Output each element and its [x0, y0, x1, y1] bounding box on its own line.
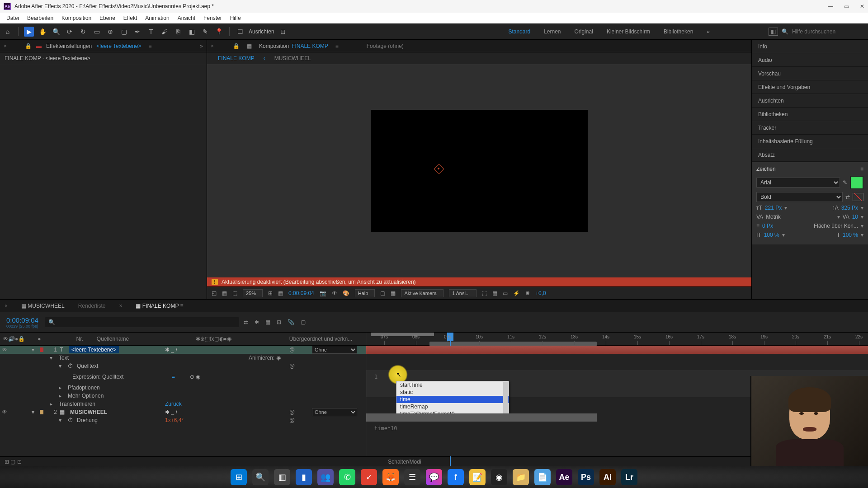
- visibility-icon[interactable]: 👁: [2, 409, 8, 415]
- timeline-tab-musicwheel[interactable]: ▦ MUSICWHEEL: [21, 303, 65, 309]
- obs-icon[interactable]: ◉: [491, 469, 507, 485]
- hand-tool[interactable]: ✋: [38, 27, 47, 37]
- expr-enable-icon[interactable]: =: [172, 374, 175, 380]
- drehung-value[interactable]: 1x+6,4°: [165, 417, 184, 423]
- pan-behind-tool[interactable]: ⊕: [105, 27, 115, 37]
- layer-1-row[interactable]: 👁 ▾ 1 T <leere Textebene> ✱ ⎯ / @ Ohne: [0, 346, 366, 354]
- clone-tool[interactable]: ⎘: [173, 27, 183, 37]
- hscale-value[interactable]: 100 %: [843, 232, 858, 238]
- show-snapshot-icon[interactable]: 👁: [332, 290, 337, 296]
- fill-color-swatch[interactable]: [850, 176, 863, 189]
- animate-menu[interactable]: Animieren:◉: [249, 355, 281, 361]
- timeline-tab-render[interactable]: Renderliste: [78, 303, 106, 309]
- home-icon[interactable]: ⌂: [3, 27, 13, 37]
- fast-preview-icon[interactable]: ⚡: [513, 290, 520, 296]
- nav-current-comp[interactable]: FINALE KOMP: [218, 55, 255, 61]
- illustrator-icon[interactable]: Ai: [599, 469, 616, 485]
- facebook-icon[interactable]: f: [448, 469, 464, 485]
- panel-overflow-icon[interactable]: »: [200, 43, 203, 49]
- no-stroke-icon[interactable]: [853, 193, 863, 201]
- notepad-icon[interactable]: 📄: [534, 469, 551, 485]
- tab-close-icon[interactable]: ×: [4, 43, 7, 49]
- parent-pickwhip-icon[interactable]: @: [289, 409, 295, 415]
- prop-expression[interactable]: Expression: Quelltext = ⊙ ◉: [0, 370, 366, 384]
- layer-1-bar[interactable]: [366, 346, 868, 354]
- start-button[interactable]: ⊞: [231, 469, 247, 485]
- marker-icon[interactable]: ▢: [301, 319, 306, 325]
- menu-datei[interactable]: Datei: [3, 14, 23, 22]
- workspace-lernen[interactable]: Lernen: [544, 28, 561, 35]
- parent-pickwhip-icon[interactable]: @: [289, 347, 295, 353]
- effects-tab-label[interactable]: Effekteinstellungen: [46, 43, 92, 49]
- ac-item-selected[interactable]: time: [396, 396, 509, 403]
- stopwatch-icon[interactable]: ⏱: [68, 417, 73, 423]
- panel-toggle-icon[interactable]: ◧: [769, 28, 778, 36]
- switches[interactable]: ✱ ⎯ /: [165, 409, 177, 415]
- panel-vorschau[interactable]: Vorschau: [752, 67, 868, 80]
- switches-modes-toggle[interactable]: Schalter/Modi: [27, 459, 782, 465]
- zoom-tool[interactable]: 🔍: [51, 27, 61, 37]
- swap-colors-icon[interactable]: ⇄: [845, 194, 850, 200]
- camera-tool[interactable]: ▭: [92, 27, 102, 37]
- font-weight-select[interactable]: Bold: [756, 192, 843, 202]
- timeline-search[interactable]: 🔍: [45, 317, 239, 327]
- menu-ansicht[interactable]: Ansicht: [174, 14, 199, 22]
- brush-tool[interactable]: 🖌: [160, 27, 170, 37]
- camera-select[interactable]: Aktive Kamera: [401, 289, 443, 297]
- color-mgmt-icon[interactable]: 🎨: [343, 290, 349, 296]
- timeline-tab-close-icon[interactable]: ×: [119, 303, 122, 309]
- frame-blend-icon[interactable]: ▦: [265, 319, 270, 325]
- panel-ausrichten[interactable]: Ausrichten: [752, 94, 868, 108]
- parent-select[interactable]: Ohne: [312, 408, 357, 416]
- layer-2-row[interactable]: 👁 ▾ 2 ▦ MUSICWHEEL ✱ ⎯ / @ Ohne: [0, 408, 366, 416]
- roto-tool[interactable]: ✎: [200, 27, 210, 37]
- av-column-icons[interactable]: 👁🔊●🔒: [3, 336, 25, 342]
- workspace-more-icon[interactable]: »: [707, 28, 710, 35]
- nav-back-icon[interactable]: ‹: [264, 55, 265, 61]
- current-time[interactable]: 0:00:09:04: [0, 316, 45, 324]
- snap-opt-icon[interactable]: ⊡: [278, 27, 288, 37]
- workspace-bibliotheken[interactable]: Bibliotheken: [664, 28, 693, 35]
- preview-timecode[interactable]: 0:00:09:04: [288, 290, 314, 296]
- photoshop-icon[interactable]: Ps: [578, 469, 594, 485]
- comp-tab-label[interactable]: Komposition: [259, 43, 289, 49]
- label-col-icon[interactable]: ●: [38, 336, 41, 342]
- autocomplete-popup[interactable]: startTime static time timeRemap timeToCu…: [396, 381, 509, 418]
- graph-editor-icon[interactable]: 📎: [288, 319, 294, 325]
- close-button[interactable]: ✕: [860, 3, 864, 9]
- layer-2-bar[interactable]: [366, 413, 597, 422]
- panel-menu-icon[interactable]: ≡: [148, 43, 151, 49]
- rotate-tool[interactable]: ↻: [78, 27, 88, 37]
- timeline-tab-finale[interactable]: ▦ FINALE KOMP ≡: [136, 303, 183, 309]
- parent-select[interactable]: Ohne: [312, 346, 357, 354]
- workspace-original[interactable]: Original: [575, 28, 593, 35]
- font-size-value[interactable]: 221 Px: [765, 205, 782, 211]
- lock-icon[interactable]: 🔒: [233, 43, 240, 49]
- snap-toggle[interactable]: ☐: [235, 27, 245, 37]
- twirl-icon[interactable]: ▾: [50, 355, 55, 361]
- twirl-icon[interactable]: ▾: [59, 363, 64, 369]
- res-grid-icon[interactable]: ▦: [278, 290, 283, 296]
- font-family-select[interactable]: Arial: [756, 178, 840, 188]
- toggle-switches-icon[interactable]: ⊞ ▢ ⊡: [5, 459, 22, 465]
- prop-pfad[interactable]: ▸Pfadoptionen: [0, 384, 366, 392]
- expr-graph-icon[interactable]: ⊙ ◉: [190, 374, 200, 380]
- shy-icon[interactable]: ✱: [255, 319, 259, 325]
- whatsapp-icon[interactable]: ✆: [339, 469, 355, 485]
- lock-icon[interactable]: 🔒: [25, 43, 32, 49]
- panel-audio[interactable]: Audio: [752, 53, 868, 67]
- 3d-icon[interactable]: ▦: [492, 290, 497, 296]
- switches[interactable]: ✱ ⎯ /: [165, 347, 177, 353]
- text-tool[interactable]: T: [146, 27, 156, 37]
- menu-ebene[interactable]: Ebene: [96, 14, 119, 22]
- kerning-value[interactable]: Metrik: [766, 214, 834, 220]
- panel-menu-icon[interactable]: ≡: [335, 43, 339, 49]
- ac-item[interactable]: static: [396, 389, 509, 396]
- tracking-value[interactable]: 10: [852, 214, 858, 220]
- layer-1-name[interactable]: <leere Textebene>: [69, 346, 119, 353]
- workspace-kleiner[interactable]: Kleiner Bildschirm: [607, 28, 650, 35]
- nav-next-comp[interactable]: MUSICWHEEL: [274, 55, 311, 61]
- panel-menu-icon[interactable]: ≡: [860, 166, 863, 172]
- taskbar-search-icon[interactable]: 🔍: [252, 469, 269, 485]
- selection-tool[interactable]: ▶: [24, 27, 34, 37]
